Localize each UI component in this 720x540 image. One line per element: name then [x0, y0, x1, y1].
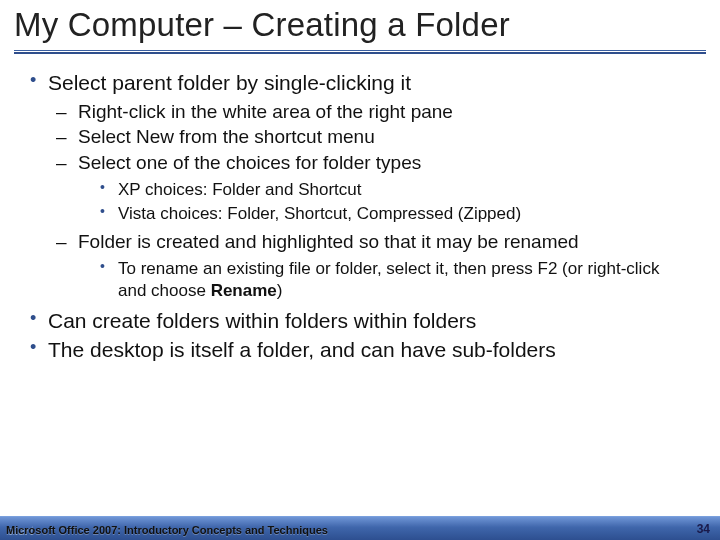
sub-sub-list: To rename an existing file or folder, se… — [78, 258, 692, 302]
bullet-text: Can create folders within folders within… — [48, 309, 476, 332]
list-item: Vista choices: Folder, Shortcut, Compres… — [100, 203, 692, 225]
bullet-text: XP choices: Folder and Shortcut — [118, 180, 362, 199]
slide-title: My Computer – Creating a Folder — [14, 6, 706, 44]
list-item: Right-click in the white area of the rig… — [56, 100, 692, 124]
bullet-text: Select New from the shortcut menu — [78, 126, 375, 147]
page-number: 34 — [697, 522, 710, 536]
sub-list: Right-click in the white area of the rig… — [48, 100, 692, 302]
list-item: To rename an existing file or folder, se… — [100, 258, 692, 302]
bullet-text: Vista choices: Folder, Shortcut, Compres… — [118, 204, 521, 223]
footer-left-text: Microsoft Office 2007: Introductory Conc… — [6, 524, 328, 536]
bullet-text-bold: Rename — [211, 281, 277, 300]
bullet-text: Folder is created and highlighted so tha… — [78, 231, 579, 252]
title-block: My Computer – Creating a Folder — [0, 0, 720, 54]
list-item: Can create folders within folders within… — [28, 308, 692, 334]
list-item: Select New from the shortcut menu — [56, 125, 692, 149]
bullet-list: Select parent folder by single-clicking … — [28, 70, 692, 363]
bullet-text: Right-click in the white area of the rig… — [78, 101, 453, 122]
bullet-text: ) — [277, 281, 283, 300]
list-item: Select one of the choices for folder typ… — [56, 151, 692, 224]
bullet-text: The desktop is itself a folder, and can … — [48, 338, 556, 361]
bullet-text: Select one of the choices for folder typ… — [78, 152, 421, 173]
sub-sub-list: XP choices: Folder and Shortcut Vista ch… — [78, 179, 692, 225]
slide: My Computer – Creating a Folder Select p… — [0, 0, 720, 540]
content-area: Select parent folder by single-clicking … — [0, 54, 720, 363]
list-item: The desktop is itself a folder, and can … — [28, 337, 692, 363]
bullet-text: Select parent folder by single-clicking … — [48, 71, 411, 94]
bullet-text: To rename an existing file or folder, se… — [118, 259, 659, 300]
list-item: Folder is created and highlighted so tha… — [56, 230, 692, 301]
list-item: Select parent folder by single-clicking … — [28, 70, 692, 302]
list-item: XP choices: Folder and Shortcut — [100, 179, 692, 201]
